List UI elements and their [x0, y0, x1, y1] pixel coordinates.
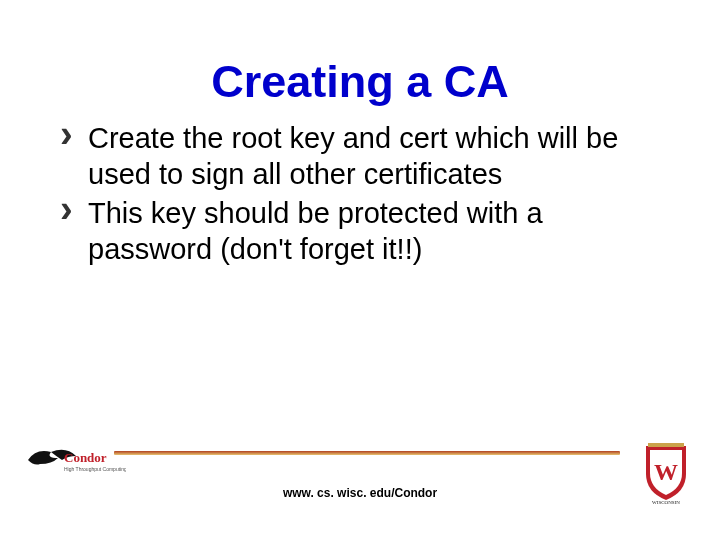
slide: Creating a CA Create the root key and ce…	[0, 0, 720, 540]
svg-rect-3	[648, 443, 684, 447]
bullet-item: Create the root key and cert which will …	[60, 120, 650, 193]
condor-logo: Condor High Throughput Computing	[26, 442, 126, 478]
footer-url: www. cs. wisc. edu/Condor	[0, 486, 720, 500]
svg-text:W: W	[654, 459, 678, 485]
bullet-item: This key should be protected with a pass…	[60, 195, 650, 268]
svg-text:WISCONSIN: WISCONSIN	[652, 500, 680, 504]
svg-text:Condor: Condor	[64, 450, 107, 465]
slide-body: Create the root key and cert which will …	[60, 120, 650, 269]
svg-text:High Throughput Computing: High Throughput Computing	[64, 466, 126, 472]
bullet-text: This key should be protected with a pass…	[88, 197, 543, 265]
slide-title: Creating a CA	[0, 56, 720, 108]
bullet-text: Create the root key and cert which will …	[88, 122, 618, 190]
footer-divider	[114, 451, 620, 455]
